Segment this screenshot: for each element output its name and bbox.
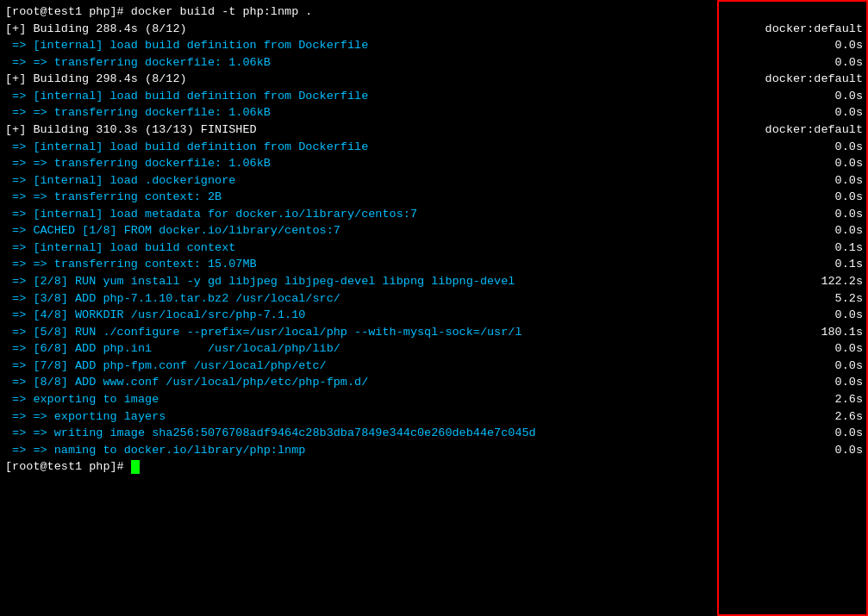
terminal-line: => [internal] load .dockerignore0.0s	[5, 172, 863, 190]
line-text: => [7/8] ADD php-fpm.conf /usr/local/php…	[5, 358, 751, 375]
line-text: => CACHED [1/8] FROM docker.io/library/c…	[5, 222, 751, 240]
terminal-line: => [4/8] WORKDIR /usr/local/src/php-7.1.…	[5, 307, 863, 324]
line-timing: 180.1s	[751, 324, 863, 341]
terminal-line: => [internal] load build definition from…	[5, 37, 863, 54]
line-timing: docker:default	[751, 121, 863, 139]
line-timing: 0.0s	[751, 206, 863, 223]
line-text: => [3/8] ADD php-7.1.10.tar.bz2 /usr/loc…	[5, 290, 751, 308]
terminal-line: => [7/8] ADD php-fpm.conf /usr/local/php…	[5, 358, 863, 375]
line-timing: 0.0s	[751, 442, 863, 459]
line-text: => [internal] load build definition from…	[5, 88, 751, 105]
line-text: => [internal] load build context	[5, 240, 751, 257]
line-timing: 0.0s	[751, 37, 863, 54]
terminal-line: => [3/8] ADD php-7.1.10.tar.bz2 /usr/loc…	[5, 290, 863, 308]
line-timing: 0.0s	[751, 189, 863, 206]
line-text: => [5/8] RUN ./configure --prefix=/usr/l…	[5, 324, 751, 341]
terminal-line: => => transferring dockerfile: 1.06kB0.0…	[5, 155, 863, 172]
line-timing: 0.1s	[751, 240, 863, 257]
terminal-line: => => transferring dockerfile: 1.06kB0.0…	[5, 104, 863, 121]
line-text: [+] Building 288.4s (8/12)	[5, 21, 751, 38]
terminal-line: => [internal] load metadata for docker.i…	[5, 206, 863, 223]
terminal-window: [root@test1 php]# docker build -t php:ln…	[0, 0, 868, 616]
terminal-line: [+] Building 288.4s (8/12)docker:default	[5, 21, 863, 38]
line-text: => => naming to docker.io/library/php:ln…	[5, 442, 751, 459]
line-timing: docker:default	[751, 71, 863, 88]
terminal-line: [root@test1 php]#	[5, 458, 863, 476]
terminal-line: [+] Building 298.4s (8/12)docker:default	[5, 71, 863, 88]
line-text: => [internal] load metadata for docker.i…	[5, 206, 751, 223]
line-text: => [2/8] RUN yum install -y gd libjpeg l…	[5, 273, 751, 290]
line-timing: 0.0s	[751, 155, 863, 172]
line-timing: 5.2s	[751, 290, 863, 308]
line-text: => => exporting layers	[5, 408, 751, 426]
line-timing: 0.1s	[751, 256, 863, 273]
line-timing: 0.0s	[751, 358, 863, 375]
line-text: => => writing image sha256:5076708adf946…	[5, 425, 751, 442]
line-timing: 0.0s	[751, 222, 863, 240]
line-timing: docker:default	[751, 21, 863, 38]
terminal-line: => => exporting layers2.6s	[5, 408, 863, 426]
line-text: => [4/8] WORKDIR /usr/local/src/php-7.1.…	[5, 307, 751, 324]
line-text: => [internal] load .dockerignore	[5, 172, 751, 190]
line-timing: 122.2s	[751, 273, 863, 290]
line-timing: 2.6s	[751, 408, 863, 426]
line-timing: 0.0s	[751, 88, 863, 105]
line-text: => => transferring context: 15.07MB	[5, 256, 751, 273]
line-text: => => transferring context: 2B	[5, 189, 751, 206]
terminal-line: => => naming to docker.io/library/php:ln…	[5, 442, 863, 459]
line-timing: 0.0s	[751, 374, 863, 391]
line-timing: 0.0s	[751, 54, 863, 72]
line-text: [root@test1 php]#	[5, 458, 863, 476]
terminal-line: => [internal] load build definition from…	[5, 88, 863, 105]
terminal-line: [root@test1 php]# docker build -t php:ln…	[5, 3, 863, 21]
terminal-line: [+] Building 310.3s (13/13) FINISHEDdock…	[5, 121, 863, 139]
terminal-line: => [internal] load build context0.1s	[5, 240, 863, 257]
terminal-line: => [8/8] ADD www.conf /usr/local/php/etc…	[5, 374, 863, 391]
line-text: [+] Building 298.4s (8/12)	[5, 71, 751, 88]
terminal-line: => [6/8] ADD php.ini /usr/local/php/lib/…	[5, 340, 863, 358]
terminal-cursor	[131, 460, 140, 474]
line-text: => [internal] load build definition from…	[5, 139, 751, 156]
line-timing: 0.0s	[751, 172, 863, 190]
terminal-line: => [2/8] RUN yum install -y gd libjpeg l…	[5, 273, 863, 290]
line-timing: 0.0s	[751, 340, 863, 358]
line-text: [+] Building 310.3s (13/13) FINISHED	[5, 121, 751, 139]
line-text: => => transferring dockerfile: 1.06kB	[5, 54, 751, 72]
terminal-line: => => writing image sha256:5076708adf946…	[5, 425, 863, 442]
terminal-line: => => transferring context: 15.07MB0.1s	[5, 256, 863, 273]
terminal-output: [root@test1 php]# docker build -t php:ln…	[5, 3, 863, 476]
terminal-line: => [internal] load build definition from…	[5, 139, 863, 156]
terminal-line: => CACHED [1/8] FROM docker.io/library/c…	[5, 222, 863, 240]
terminal-line: => => transferring dockerfile: 1.06kB0.0…	[5, 54, 863, 72]
line-timing: 0.0s	[751, 139, 863, 156]
line-timing: 2.6s	[751, 391, 863, 408]
line-text: => [8/8] ADD www.conf /usr/local/php/etc…	[5, 374, 751, 391]
line-text: => exporting to image	[5, 391, 751, 408]
line-text: => => transferring dockerfile: 1.06kB	[5, 155, 751, 172]
line-text: => => transferring dockerfile: 1.06kB	[5, 104, 751, 121]
line-text: => [internal] load build definition from…	[5, 37, 751, 54]
line-timing: 0.0s	[751, 425, 863, 442]
line-text: => [6/8] ADD php.ini /usr/local/php/lib/	[5, 340, 751, 358]
terminal-line: => [5/8] RUN ./configure --prefix=/usr/l…	[5, 324, 863, 341]
line-timing: 0.0s	[751, 104, 863, 121]
line-timing: 0.0s	[751, 307, 863, 324]
terminal-line: => => transferring context: 2B0.0s	[5, 189, 863, 206]
terminal-line: => exporting to image2.6s	[5, 391, 863, 408]
line-text: [root@test1 php]# docker build -t php:ln…	[5, 3, 863, 21]
